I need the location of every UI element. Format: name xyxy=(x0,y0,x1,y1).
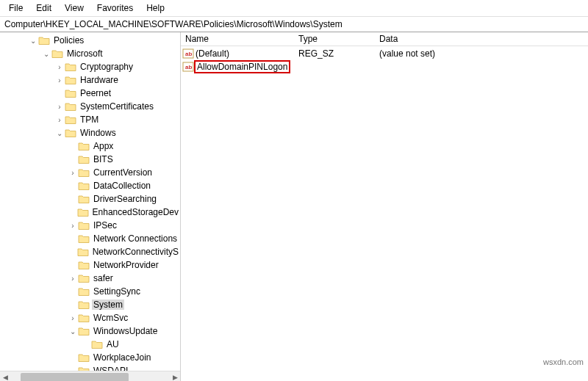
tree-appx[interactable]: Appx xyxy=(0,139,180,153)
tree-label: SettingSync xyxy=(92,286,142,297)
tree-windowsupdate[interactable]: WindowsUpdate xyxy=(0,324,180,338)
tree-microsoft[interactable]: Microsoft xyxy=(0,47,180,60)
tree-label: NetworkConnectivityS xyxy=(91,247,180,257)
tree-system[interactable]: System xyxy=(0,298,180,311)
expander-icon[interactable] xyxy=(68,275,78,283)
tree-peernet[interactable]: Peernet xyxy=(0,87,180,100)
scroll-right-icon[interactable]: ▶ xyxy=(170,372,180,382)
folder-icon xyxy=(78,326,90,336)
menubar: File Edit View Favorites Help xyxy=(0,0,588,17)
expander-icon[interactable] xyxy=(54,76,65,84)
folder-icon xyxy=(77,247,89,257)
tree-label: NetworkProvider xyxy=(92,260,160,270)
address-bar[interactable]: Computer\HKEY_LOCAL_MACHINE\SOFTWARE\Pol… xyxy=(0,17,588,32)
folder-icon xyxy=(78,352,90,363)
tree-windows[interactable]: Windows xyxy=(0,126,180,139)
tree-label: IPSec xyxy=(92,220,118,231)
tree-enhancedstorage[interactable]: EnhancedStorageDev xyxy=(0,206,180,219)
expander-icon[interactable] xyxy=(41,50,51,58)
tree-label: DataCollection xyxy=(92,181,152,191)
expander-icon[interactable] xyxy=(68,327,78,335)
folder-icon xyxy=(38,35,50,46)
column-data[interactable]: Data xyxy=(379,34,588,44)
tree-cryptography[interactable]: Cryptography xyxy=(0,60,180,73)
expander-icon[interactable] xyxy=(54,63,65,71)
value-row-default[interactable]: (Default) REG_SZ (value not set) xyxy=(181,47,588,60)
tree-horizontal-scrollbar[interactable]: ◀ ▶ xyxy=(0,371,180,381)
tree-safer[interactable]: safer xyxy=(0,272,180,285)
tree-label: Appx xyxy=(92,141,115,151)
tree-pane[interactable]: Policies Microsoft Cryptography Hardware… xyxy=(0,32,181,381)
folder-icon xyxy=(78,220,90,231)
expander-icon[interactable] xyxy=(54,103,65,111)
tree-label: Policies xyxy=(52,35,85,46)
tree-label: safer xyxy=(92,273,115,283)
tree-datacollection[interactable]: DataCollection xyxy=(0,179,180,192)
folder-icon xyxy=(78,300,90,310)
tree-networkconnections[interactable]: Network Connections xyxy=(0,232,180,245)
scroll-left-icon[interactable]: ◀ xyxy=(0,372,10,382)
tree-policies[interactable]: Policies xyxy=(0,34,180,47)
expander-icon[interactable] xyxy=(68,222,78,230)
tree-currentversion[interactable]: CurrentVersion xyxy=(0,166,180,179)
tree-label: BITS xyxy=(92,154,115,164)
tree-settingsync[interactable]: SettingSync xyxy=(0,285,180,298)
folder-icon xyxy=(78,233,90,244)
folder-icon xyxy=(65,101,76,112)
tree-label: WcmSvc xyxy=(92,313,129,323)
menu-favorites[interactable]: Favorites xyxy=(91,1,139,15)
tree-label: EnhancedStorageDev xyxy=(91,207,180,217)
watermark: wsxdn.com xyxy=(543,358,584,366)
tree-wcmsvc[interactable]: WcmSvc xyxy=(0,311,180,324)
menu-file[interactable]: File xyxy=(3,1,29,15)
value-name: (Default) xyxy=(194,48,298,59)
folder-icon xyxy=(77,207,89,217)
folder-icon xyxy=(78,181,90,191)
tree-driversearching[interactable]: DriverSearching xyxy=(0,192,180,206)
tree-hardware[interactable]: Hardware xyxy=(0,73,180,87)
tree-systemcertificates[interactable]: SystemCertificates xyxy=(0,100,180,113)
folder-icon xyxy=(78,313,90,323)
string-value-icon xyxy=(182,48,194,59)
column-name[interactable]: Name xyxy=(181,34,298,44)
expander-icon[interactable] xyxy=(54,116,65,124)
folder-icon xyxy=(65,128,76,138)
tree-ipsec[interactable]: IPSec xyxy=(0,219,180,232)
folder-icon xyxy=(78,286,90,297)
column-type[interactable]: Type xyxy=(298,34,379,44)
menu-edit[interactable]: Edit xyxy=(30,1,57,15)
tree-bits[interactable]: BITS xyxy=(0,153,180,166)
expander-icon[interactable] xyxy=(68,169,78,177)
folder-icon xyxy=(65,88,76,98)
value-row-allowdomainpinlogon[interactable]: AllowDomainPINLogon xyxy=(181,60,588,73)
list-header: Name Type Data xyxy=(181,32,588,46)
expander-icon[interactable] xyxy=(28,37,38,45)
tree-label: TPM xyxy=(79,115,100,125)
folder-icon xyxy=(91,339,103,349)
expander-icon[interactable] xyxy=(54,129,65,137)
tree-label: Network Connections xyxy=(92,233,179,244)
tree-label: Windows xyxy=(79,128,118,138)
scroll-thumb[interactable] xyxy=(21,373,129,382)
tree-label: WindowsUpdate xyxy=(92,326,159,336)
tree-label: DriverSearching xyxy=(92,194,158,204)
folder-icon xyxy=(65,62,76,72)
tree-networkconnectivity[interactable]: NetworkConnectivityS xyxy=(0,245,180,258)
menu-help[interactable]: Help xyxy=(140,1,171,15)
folder-icon xyxy=(78,260,90,270)
folder-icon xyxy=(78,194,90,204)
tree-label: AU xyxy=(105,339,121,349)
tree-networkprovider[interactable]: NetworkProvider xyxy=(0,258,180,272)
tree-tpm[interactable]: TPM xyxy=(0,113,180,126)
tree-label: Hardware xyxy=(79,75,120,85)
tree-workplacejoin[interactable]: WorkplaceJoin xyxy=(0,351,180,364)
value-data: (value not set) xyxy=(379,48,588,59)
tree-au[interactable]: AU xyxy=(0,338,180,351)
menu-view[interactable]: View xyxy=(59,1,90,15)
tree-label: Peernet xyxy=(79,88,112,98)
list-body: (Default) REG_SZ (value not set) AllowDo… xyxy=(181,46,588,73)
string-value-icon xyxy=(182,62,194,72)
folder-icon xyxy=(78,273,90,283)
tree-label: Microsoft xyxy=(65,48,104,59)
expander-icon[interactable] xyxy=(68,314,78,322)
